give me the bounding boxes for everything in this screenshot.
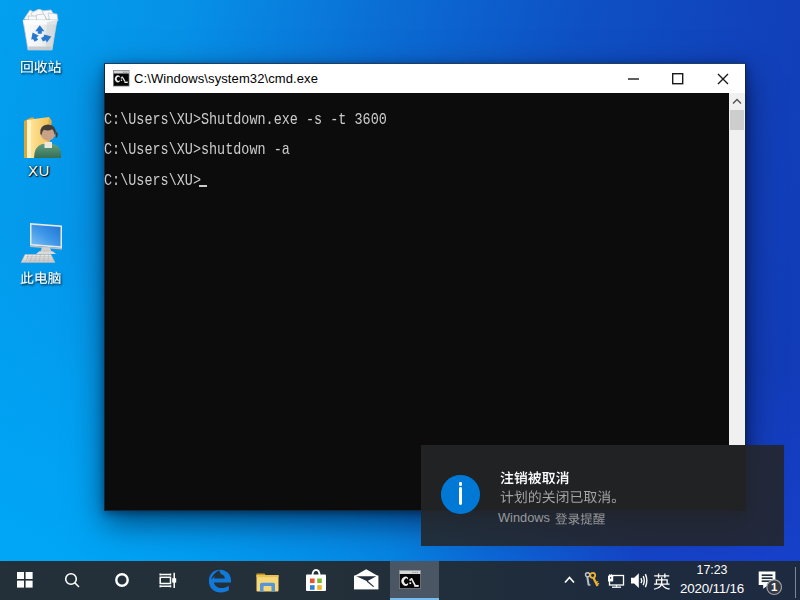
svg-text:1: 1 [771, 581, 778, 593]
